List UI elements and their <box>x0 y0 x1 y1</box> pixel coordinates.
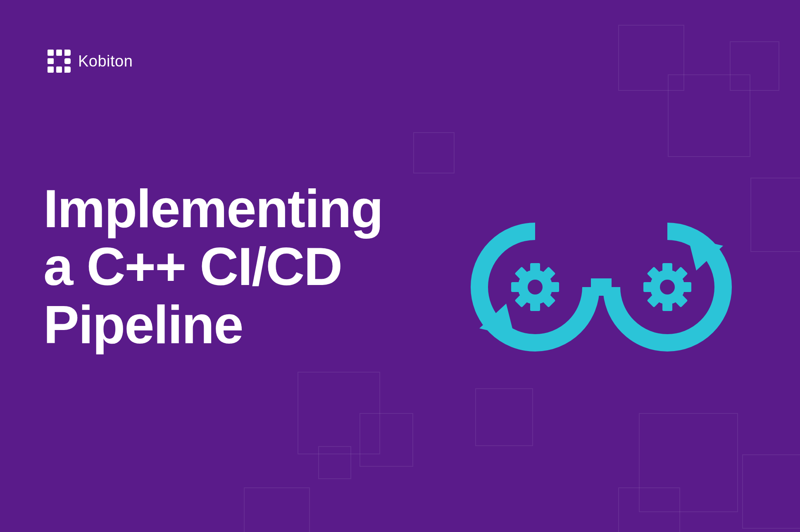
headline-line-1: Implementing <box>43 180 383 238</box>
headline-line-3: Pipeline <box>43 296 383 354</box>
kobiton-icon <box>48 50 71 73</box>
page-title: Implementing a C++ CI/CD Pipeline <box>43 180 383 354</box>
headline-line-2: a C++ CI/CD <box>43 238 383 295</box>
svg-point-11 <box>528 280 543 294</box>
brand-name: Kobiton <box>78 52 133 70</box>
svg-point-21 <box>660 280 675 294</box>
brand-logo: Kobiton <box>48 50 133 73</box>
cicd-icon <box>467 209 736 366</box>
